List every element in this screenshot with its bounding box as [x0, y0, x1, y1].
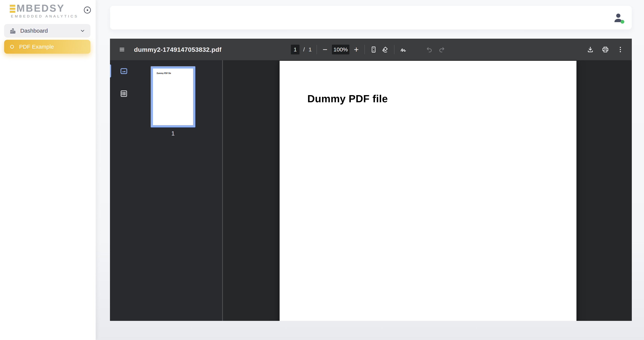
pdf-filename: dummy2-1749147053832.pdf — [134, 46, 222, 53]
pdf-viewer-body: Dummy PDF file 1 Dummy PDF file — [110, 60, 632, 321]
pdf-viewer: dummy2-1749147053832.pdf 1 / 1 − 100% + — [110, 39, 632, 321]
selected-view-indicator — [110, 64, 111, 78]
redo-button[interactable] — [438, 46, 446, 53]
download-icon — [586, 46, 594, 54]
annotate-button[interactable] — [399, 46, 407, 54]
more-options-button[interactable] — [616, 46, 624, 54]
fit-page-icon — [370, 46, 378, 54]
circle-icon — [10, 45, 14, 48]
sidebar: MBEDSY EMBEDDED ANALYTICS Dashboard — [0, 0, 96, 340]
toolbar-divider — [316, 45, 317, 54]
page-total: 1 — [308, 46, 312, 53]
top-bar — [110, 6, 632, 30]
toolbar-history-controls — [426, 39, 446, 60]
rotate-icon — [381, 46, 389, 54]
pdf-page-heading: Dummy PDF file — [307, 93, 388, 105]
embedsy-logo: MBEDSY — [10, 4, 65, 13]
embedsy-logo-mark — [10, 5, 15, 13]
chevron-down-icon — [80, 28, 86, 34]
thumbnails-view-button[interactable] — [119, 66, 128, 76]
more-vert-icon — [616, 46, 624, 54]
print-icon — [602, 46, 609, 54]
thumbnail-page-number: 1 — [151, 130, 195, 137]
rotate-button[interactable] — [381, 46, 389, 54]
thumbnail-heading-text: Dummy PDF file — [157, 72, 171, 74]
zoom-level-input[interactable]: 100% — [332, 45, 350, 54]
toolbar-divider — [364, 45, 365, 54]
sidebar-collapse-button[interactable] — [84, 6, 91, 14]
ink-squiggle-icon — [399, 46, 407, 54]
thumbnail-panel: Dummy PDF file 1 — [110, 60, 222, 321]
list-icon — [119, 89, 128, 98]
page-separator: / — [303, 46, 305, 53]
fit-to-page-button[interactable] — [370, 46, 378, 54]
undo-button[interactable] — [426, 46, 433, 53]
pdf-page: Dummy PDF file — [280, 61, 576, 321]
logo-text: MBEDSY — [16, 4, 65, 12]
pdf-scroll-area[interactable]: Dummy PDF file — [223, 60, 632, 321]
page-thumbnail[interactable]: Dummy PDF file — [151, 66, 195, 128]
main-content: dummy2-1749147053832.pdf 1 / 1 − 100% + — [96, 0, 644, 340]
pdf-toolbar: dummy2-1749147053832.pdf 1 / 1 − 100% + — [110, 39, 632, 60]
sidebar-item-dashboard[interactable]: Dashboard — [4, 24, 90, 38]
bar-chart-icon — [9, 27, 16, 34]
sidebar-item-label: Dashboard — [20, 28, 48, 34]
undo-icon — [426, 46, 433, 53]
sidebar-item-pdf-example[interactable]: PDF Example — [4, 40, 90, 54]
document-outline-button[interactable] — [119, 89, 128, 98]
redo-icon — [438, 46, 446, 53]
toolbar-right-controls — [586, 39, 624, 60]
logo-tagline: EMBEDDED ANALYTICS — [11, 14, 78, 18]
circle-dot-icon — [87, 10, 88, 11]
sidebar-header: MBEDSY — [10, 4, 91, 14]
zoom-in-button[interactable]: + — [353, 44, 360, 55]
menu-icon[interactable] — [118, 46, 125, 53]
image-icon — [119, 66, 128, 76]
online-status-dot — [620, 20, 624, 24]
sidebar-item-label: PDF Example — [19, 44, 54, 50]
print-button[interactable] — [602, 46, 609, 54]
download-button[interactable] — [586, 46, 594, 54]
toolbar-divider — [394, 45, 394, 54]
toolbar-center-controls: 1 / 1 − 100% + — [291, 39, 407, 60]
page-number-input[interactable]: 1 — [291, 45, 300, 54]
thumbnail-page-preview: Dummy PDF file — [153, 68, 193, 125]
zoom-out-button[interactable]: − — [322, 44, 328, 55]
app-root: MBEDSY EMBEDDED ANALYTICS Dashboard — [0, 0, 644, 340]
user-avatar-button[interactable] — [611, 10, 626, 25]
